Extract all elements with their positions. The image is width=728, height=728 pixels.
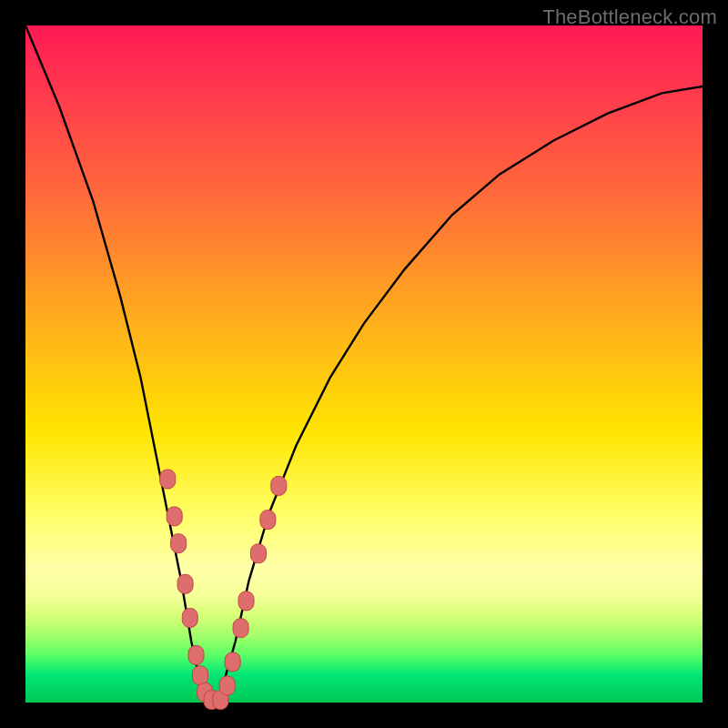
curve-marker [171, 534, 187, 553]
curve-marker [182, 609, 197, 628]
curve-marker [260, 511, 276, 530]
curve-marker [225, 652, 240, 672]
curve-marker [233, 619, 248, 638]
chart-frame: TheBottleneck.com [0, 0, 728, 728]
curve-marker [177, 574, 193, 593]
plot-area [25, 25, 703, 703]
curve-layer [25, 25, 703, 703]
curve-marker [192, 666, 207, 685]
curve-marker [238, 592, 254, 611]
curve-marker [250, 544, 266, 563]
curve-marker [271, 476, 287, 495]
curve-marker [167, 507, 182, 526]
curve-marker [188, 645, 204, 664]
curve-marker [219, 676, 235, 695]
curve-marker [160, 470, 176, 489]
marker-group [160, 470, 287, 710]
bottleneck-curve [25, 25, 703, 703]
